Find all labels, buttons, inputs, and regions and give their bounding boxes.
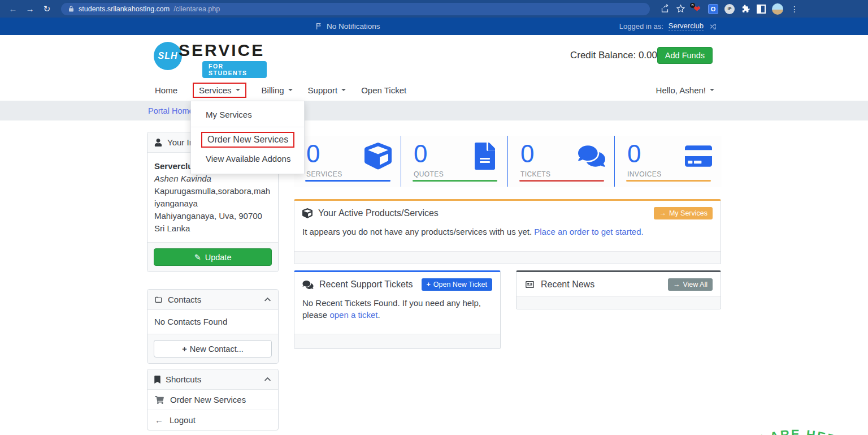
credit-balance: Credit Balance: 0.00 (570, 50, 657, 61)
recent-news-title: Recent News (541, 279, 594, 290)
add-funds-button[interactable]: Add Funds (657, 47, 713, 64)
plus-icon: + (427, 281, 431, 288)
caret-down-icon (288, 89, 293, 91)
flag-icon (315, 22, 323, 31)
caret-down-icon (236, 89, 240, 91)
browser-toolbar: ← → ↻ students.srilankahosting.com/clien… (0, 0, 868, 18)
url-path: /clientarea.php (173, 5, 220, 13)
switch-account-icon[interactable] (709, 23, 718, 31)
arrow-left-icon: ← (155, 415, 163, 425)
menu-divider (191, 127, 304, 127)
bookmark-star-icon[interactable] (676, 4, 685, 14)
menu-item-order-new-services[interactable]: Order New Services (191, 130, 304, 149)
caret-down-icon (710, 89, 714, 91)
folder-icon (154, 296, 163, 304)
arrow-right-icon: → (673, 281, 680, 288)
menu-item-view-available-addons[interactable]: View Available Addons (191, 149, 304, 168)
lock-icon (68, 5, 75, 12)
active-products-footer (294, 251, 721, 264)
credit-balance-label: Credit Balance: (570, 50, 636, 61)
shortcut-order-new-services[interactable]: Order New Services (147, 390, 278, 410)
nav-services[interactable]: Services (193, 83, 246, 98)
notifications-link[interactable]: No Notifications (315, 18, 380, 35)
view-all-button[interactable]: → View All (668, 278, 713, 291)
nav-home[interactable]: Home (155, 85, 177, 95)
highlight-box[interactable]: Order New Services (201, 132, 294, 148)
chevron-up-icon[interactable] (264, 377, 271, 382)
content: Your Info Serverclub Ashen Kavinda Kapur… (0, 120, 868, 435)
site-logo[interactable]: SLH SERVICE FOR STUDENTS (154, 41, 267, 74)
chat-widget-text: WE ARE HERE! (741, 427, 854, 435)
nav-account-greeting[interactable]: Hello, Ashen! (656, 85, 714, 95)
client-address-1: Kapurugasmulla,sorabora,mahiyanganaya (154, 185, 271, 210)
chat-bubbles-icon (302, 280, 314, 290)
recent-tickets-title: Recent Support Tickets (319, 279, 413, 290)
client-name: Ashen Kavinda (154, 173, 271, 185)
nav-open-ticket[interactable]: Open Ticket (361, 85, 406, 95)
forward-icon[interactable]: → (23, 4, 37, 14)
contacts-header[interactable]: Contacts (147, 290, 278, 310)
browser-actions: ❤B O IP ⋮ (660, 3, 800, 15)
logged-in-user-link[interactable]: Serverclub (669, 21, 704, 31)
extension-icon-red[interactable]: ❤B (692, 4, 702, 14)
site-topbar: No Notifications Logged in as: Serverclu… (0, 18, 868, 35)
open-new-ticket-button[interactable]: + Open New Ticket (422, 278, 493, 291)
chevron-up-icon[interactable] (264, 297, 271, 302)
chat-widget-badge[interactable]: WE ARE HERE! (732, 414, 862, 435)
nav-support[interactable]: Support (308, 85, 346, 95)
active-products-card: Your Active Products/Services → My Servi… (294, 199, 721, 264)
reload-icon[interactable]: ↻ (40, 4, 54, 14)
caret-down-icon (341, 89, 346, 91)
notifications-label: No Notifications (327, 22, 380, 31)
logo-badge: SLH (154, 42, 182, 70)
menu-dots-icon[interactable]: ⋮ (789, 5, 800, 14)
back-icon[interactable]: ← (6, 4, 20, 14)
contacts-title: Contacts (168, 295, 201, 304)
reader-mode-icon[interactable] (757, 5, 766, 14)
client-address-2: Mahiyanganaya, Uva, 90700 (154, 210, 271, 222)
credit-card-icon (685, 143, 712, 170)
logo-subtitle: FOR STUDENTS (202, 61, 267, 78)
recent-tickets-body: No Recent Tickets Found. If you need any… (294, 295, 500, 326)
shortcut-logout[interactable]: ← Logout (147, 410, 278, 430)
cube-icon (364, 143, 392, 170)
extensions-puzzle-icon[interactable] (741, 4, 750, 14)
nav-billing[interactable]: Billing (262, 85, 293, 95)
place-order-link[interactable]: Place an order to get started. (534, 227, 643, 236)
pencil-icon: ✎ (194, 253, 201, 262)
menu-item-my-services[interactable]: My Services (191, 105, 304, 124)
active-products-header: Your Active Products/Services → My Servi… (294, 201, 721, 223)
services-dropdown-menu: My Services Order New Services View Avai… (190, 101, 305, 174)
url-domain: students.srilankahosting.com (79, 5, 170, 13)
stat-quotes[interactable]: 0 QUOTES (401, 136, 507, 187)
logged-in-label: Logged in as: (619, 22, 663, 31)
stat-underline (626, 180, 711, 182)
logo-title: SERVICE (179, 41, 264, 60)
active-products-title: Your Active Products/Services (318, 208, 439, 218)
extension-icon-ip[interactable]: IP (724, 4, 735, 14)
contacts-panel: Contacts No Contacts Found + New Contact… (147, 289, 279, 364)
client-address-3: Sri Lanka (154, 222, 271, 235)
update-button[interactable]: ✎ Update (154, 248, 272, 266)
breadcrumb-portal-home[interactable]: Portal Home (148, 106, 194, 115)
stat-underline (413, 180, 497, 182)
my-services-button[interactable]: → My Services (654, 207, 713, 219)
chat-bubbles-icon (578, 143, 605, 170)
new-contact-button[interactable]: + New Contact... (154, 340, 272, 358)
extension-icon-o[interactable]: O (708, 4, 718, 14)
shortcuts-header[interactable]: Shortcuts (147, 369, 278, 390)
user-icon (154, 139, 162, 147)
stat-services[interactable]: 0 SERVICES (294, 136, 401, 187)
active-products-body: It appears you do not have any products/… (294, 223, 721, 243)
stat-invoices[interactable]: 0 INVOICES (614, 136, 721, 187)
primary-nav: Home Services Billing Support Open Ticke… (0, 79, 868, 101)
profile-avatar[interactable] (772, 3, 783, 15)
open-a-ticket-link[interactable]: open a ticket (329, 310, 377, 320)
your-info-footer: ✎ Update (147, 242, 278, 272)
address-bar[interactable]: students.srilankahosting.com/clientarea.… (61, 3, 650, 15)
stat-tickets[interactable]: 0 TICKETS (507, 136, 614, 187)
masthead: SLH SERVICE FOR STUDENTS Credit Balance:… (0, 35, 868, 79)
svg-text:WE ARE HERE!: WE ARE HERE! (741, 427, 854, 435)
credit-balance-value: 0.00 (639, 50, 657, 61)
share-icon[interactable] (660, 4, 670, 14)
